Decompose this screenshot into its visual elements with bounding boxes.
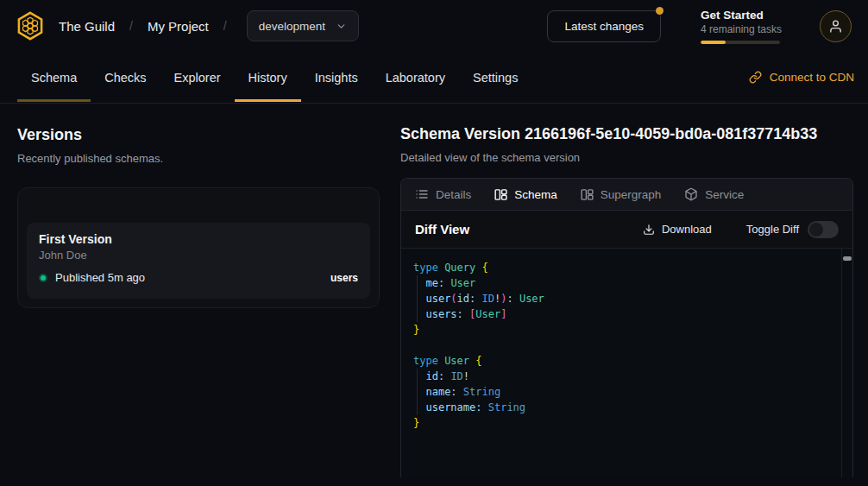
code-line: type Query { bbox=[413, 260, 832, 275]
version-detail-card: DetailsSchemaSupergraphService Diff View… bbox=[400, 178, 853, 477]
nav-tab-history[interactable]: History bbox=[235, 52, 301, 103]
download-label: Download bbox=[662, 223, 712, 236]
target-selector-dropdown[interactable]: development bbox=[247, 10, 359, 41]
code-line: } bbox=[413, 415, 832, 431]
connect-to-cdn-label: Connect to CDN bbox=[770, 71, 854, 84]
chevron-down-icon bbox=[336, 21, 347, 32]
code-line: id: ID! bbox=[413, 369, 832, 384]
version-author: John Doe bbox=[39, 249, 358, 262]
versions-title: Versions bbox=[17, 126, 380, 144]
detail-tab-label: Supergraph bbox=[601, 188, 662, 201]
version-status-text: Published 5m ago bbox=[55, 271, 145, 284]
toggle-diff-label: Toggle Diff bbox=[746, 223, 799, 236]
link-icon bbox=[749, 71, 762, 84]
download-icon bbox=[643, 224, 655, 236]
nav-tab-label: Explorer bbox=[174, 71, 221, 85]
toggle-knob bbox=[809, 223, 823, 237]
version-status-row: Published 5m ago users bbox=[39, 271, 358, 284]
get-started-progress-bar bbox=[701, 41, 780, 44]
breadcrumb-project[interactable]: My Project bbox=[148, 19, 209, 34]
detail-tab-label: Service bbox=[705, 188, 744, 201]
header-actions: Latest changes Get Started 4 remaining t… bbox=[547, 9, 852, 44]
nav-tab-insights[interactable]: Insights bbox=[301, 52, 372, 103]
code-line: username: String bbox=[413, 400, 832, 415]
nav-tab-label: Checks bbox=[104, 71, 146, 85]
version-detail-title: Schema Version 2166196f-5e10-4059-bd0a-0… bbox=[400, 125, 853, 143]
user-avatar[interactable] bbox=[820, 10, 852, 42]
latest-changes-label: Latest changes bbox=[564, 20, 644, 33]
versions-panel: Versions Recently published schemas. Fir… bbox=[17, 126, 380, 308]
code-line: type User { bbox=[413, 353, 832, 369]
top-header: The Guild / My Project / development Lat… bbox=[0, 0, 868, 52]
nav-tab-laboratory[interactable]: Laboratory bbox=[372, 52, 459, 103]
nav-tab-underline bbox=[160, 99, 235, 102]
service-badge: users bbox=[330, 272, 358, 284]
nav-tab-label: Schema bbox=[31, 71, 77, 85]
nav-tab-underline bbox=[17, 99, 91, 102]
version-name: First Version bbox=[39, 232, 358, 246]
version-detail-subtitle: Detailed view of the schema version bbox=[400, 151, 853, 164]
breadcrumb: The Guild / My Project / bbox=[59, 19, 242, 34]
detail-tab-schema[interactable]: Schema bbox=[494, 188, 557, 201]
code-line: name: String bbox=[413, 384, 832, 400]
detail-tab-service[interactable]: Service bbox=[684, 187, 744, 201]
diff-view-title: Diff View bbox=[415, 222, 469, 237]
breadcrumb-org[interactable]: The Guild bbox=[59, 19, 115, 34]
toggle-diff-switch[interactable] bbox=[808, 221, 839, 238]
code-line: user(id: ID!): User bbox=[413, 291, 832, 306]
published-status-icon bbox=[39, 274, 47, 282]
detail-tab-supergraph[interactable]: Supergraph bbox=[581, 188, 662, 201]
nav-tab-underline bbox=[235, 99, 301, 102]
download-button[interactable]: Download bbox=[643, 223, 712, 236]
code-line bbox=[413, 338, 832, 353]
hive-logo-icon[interactable] bbox=[14, 9, 47, 42]
nav-tab-explorer[interactable]: Explorer bbox=[160, 52, 235, 103]
diff-toolbar: Diff View Download Toggle Diff bbox=[401, 211, 852, 248]
nav-tab-checks[interactable]: Checks bbox=[91, 52, 160, 103]
connect-to-cdn-button[interactable]: Connect to CDN bbox=[749, 52, 854, 103]
code-line: me: User bbox=[413, 275, 832, 291]
version-list-item[interactable]: First Version John Doe Published 5m ago … bbox=[27, 223, 370, 299]
nav-tab-label: Settings bbox=[473, 71, 518, 85]
get-started-widget[interactable]: Get Started 4 remaining tasks bbox=[701, 9, 780, 44]
columns-icon bbox=[581, 188, 594, 201]
code-scrollbar-thumb[interactable] bbox=[843, 256, 852, 261]
cube-icon bbox=[684, 187, 698, 201]
detail-tab-label: Schema bbox=[514, 188, 557, 201]
versions-list: First Version John Doe Published 5m ago … bbox=[17, 187, 380, 308]
version-detail-panel: Schema Version 2166196f-5e10-4059-bd0a-0… bbox=[400, 125, 853, 477]
code-line: } bbox=[413, 322, 832, 338]
nav-tab-settings[interactable]: Settings bbox=[459, 52, 531, 103]
schema-code-block: type Query { me: User user(id: ID!): Use… bbox=[401, 248, 852, 477]
nav-tab-label: Laboratory bbox=[386, 71, 445, 85]
nav-tabs: SchemaChecksExplorerHistoryInsightsLabor… bbox=[17, 52, 531, 103]
breadcrumb-separator: / bbox=[129, 19, 133, 33]
get-started-progress-fill bbox=[701, 41, 726, 44]
code-scrollbar bbox=[841, 249, 852, 477]
nav-tab-label: Insights bbox=[315, 71, 358, 85]
main-nav: SchemaChecksExplorerHistoryInsightsLabor… bbox=[0, 52, 868, 104]
columns-icon bbox=[494, 188, 507, 201]
diff-actions: Download Toggle Diff bbox=[643, 221, 839, 238]
versions-subtitle: Recently published schemas. bbox=[17, 152, 380, 165]
nav-tab-underline bbox=[372, 99, 459, 102]
detail-tabs: DetailsSchemaSupergraphService bbox=[401, 179, 852, 211]
detail-tab-details[interactable]: Details bbox=[415, 187, 471, 201]
nav-tab-underline bbox=[459, 99, 531, 102]
nav-tab-underline bbox=[91, 99, 160, 102]
nav-tab-underline bbox=[301, 99, 372, 102]
list-icon bbox=[415, 187, 429, 201]
get-started-title: Get Started bbox=[701, 9, 780, 22]
latest-changes-button[interactable]: Latest changes bbox=[547, 10, 661, 42]
code-line: users: [User] bbox=[413, 306, 832, 322]
target-selector-value: development bbox=[259, 20, 325, 33]
notification-dot bbox=[656, 7, 664, 15]
detail-tab-label: Details bbox=[436, 188, 471, 201]
nav-tab-schema[interactable]: Schema bbox=[17, 52, 91, 103]
nav-tab-label: History bbox=[248, 71, 287, 85]
code-lines: type Query { me: User user(id: ID!): Use… bbox=[413, 260, 832, 431]
breadcrumb-separator: / bbox=[223, 19, 227, 33]
get-started-subtitle: 4 remaining tasks bbox=[701, 23, 780, 35]
person-icon bbox=[828, 19, 843, 34]
